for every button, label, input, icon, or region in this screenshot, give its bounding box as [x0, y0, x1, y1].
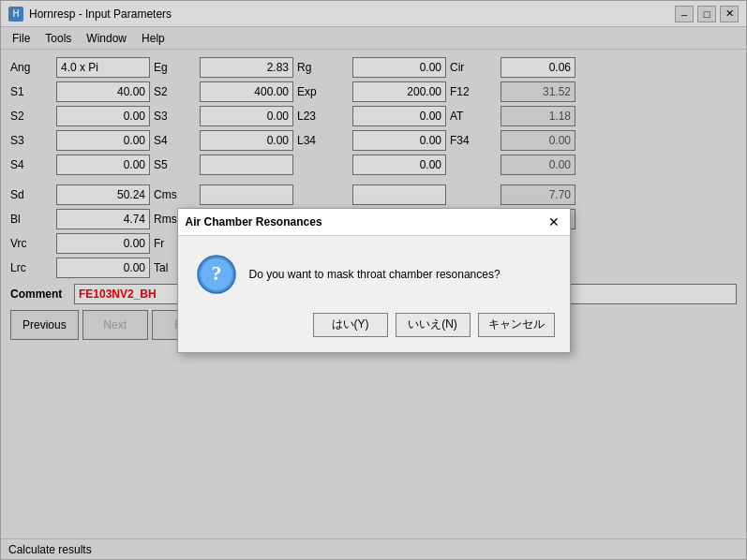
main-window: H Hornresp - Input Parameters – □ ✕ File…	[0, 0, 747, 560]
dialog-button-row: はい(Y) いいえ(N) キャンセル	[178, 303, 570, 352]
dialog-no-button[interactable]: いいえ(N)	[396, 313, 471, 337]
dialog-question-icon: ?	[197, 255, 236, 294]
dialog-message: Do you want to mask throat chamber reson…	[249, 266, 500, 283]
dialog-overlay: Air Chamber Resonances ✕ ? Do you want t…	[1, 1, 746, 559]
dialog-yes-button[interactable]: はい(Y)	[313, 313, 388, 337]
dialog-close-button[interactable]: ✕	[545, 214, 562, 230]
dialog-title-bar: Air Chamber Resonances ✕	[178, 209, 570, 236]
svg-text:?: ?	[211, 261, 221, 285]
dialog-cancel-button[interactable]: キャンセル	[478, 313, 555, 337]
dialog-box: Air Chamber Resonances ✕ ? Do you want t…	[177, 208, 571, 353]
dialog-body: ? Do you want to mask throat chamber res…	[178, 236, 570, 303]
dialog-title-text: Air Chamber Resonances	[186, 215, 322, 228]
